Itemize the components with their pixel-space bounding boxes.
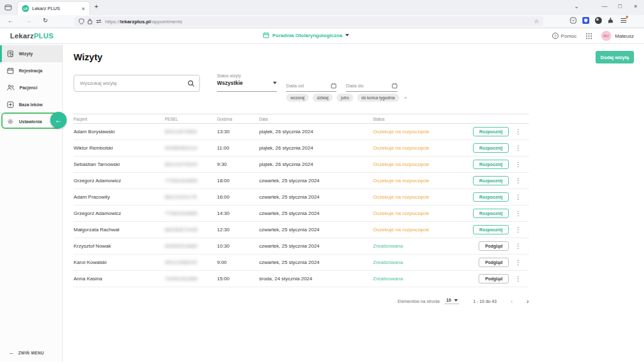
appointment-date: piątek, 26 stycznia 2024 <box>259 145 373 151</box>
status-text: Oczekuje na rozpoczęcie <box>373 129 429 134</box>
start-button[interactable]: Rozpocznij <box>473 176 509 185</box>
kebab-menu-icon[interactable]: ⋮ <box>515 211 521 217</box>
next-page-button[interactable]: › <box>526 298 529 305</box>
kebab-menu-icon[interactable]: ⋮ <box>515 129 521 135</box>
appointment-date: czwartek, 25 stycznia 2024 <box>259 194 373 200</box>
calendar-icon[interactable] <box>331 83 336 89</box>
appointment-date: czwartek, 25 stycznia 2024 <box>259 260 373 265</box>
chevron-down-icon <box>273 82 277 84</box>
bookmark-star-icon[interactable]: ☆ <box>534 18 539 25</box>
window-maximize-button[interactable]: □ <box>618 3 621 9</box>
window-minimize-button[interactable]: — <box>602 3 608 9</box>
settings-highlight-arrow-icon[interactable]: ← <box>50 112 67 128</box>
date-from-field[interactable]: Data od <box>286 74 336 92</box>
chip-dzisiaj[interactable]: dzisiaj <box>313 94 333 102</box>
kebab-menu-icon[interactable]: ⋮ <box>515 162 521 168</box>
per-page-label: Elementów na stronie <box>397 299 440 304</box>
pesel-value-masked: 92080553114 <box>165 145 197 151</box>
collapse-menu-button[interactable]: ← ZWIŃ MENU <box>9 349 44 356</box>
sidebar: Wizyty Rejestracja Pacjenci Baza leków U… <box>0 44 63 362</box>
dark-extension-icon[interactable] <box>595 17 602 24</box>
col-pesel: PESEL <box>165 117 217 121</box>
patient-name: Grzegorz Adamowicz <box>74 211 165 216</box>
sidebar-item-rejestracja[interactable]: Rejestracja <box>0 62 62 79</box>
help-button[interactable]: ? Pomoc <box>552 33 577 39</box>
chip-do-konca-tygodnia[interactable]: do końca tygodnia <box>357 94 399 102</box>
table-row: Małgorzata Rachwał 66030872445 12:30 czw… <box>74 222 529 238</box>
lock-icon[interactable] <box>87 18 92 25</box>
patient-name: Adam Borysławski <box>74 129 165 134</box>
chip-wczoraj[interactable]: wczoraj <box>286 94 309 102</box>
page-range-label: 1 - 10 do 43 <box>473 299 496 304</box>
container-switch-icon[interactable] <box>96 19 102 24</box>
start-button[interactable]: Rozpocznij <box>473 209 509 218</box>
firefox-view-icon[interactable] <box>4 4 12 11</box>
apps-grid-icon[interactable] <box>586 33 592 40</box>
kebab-menu-icon[interactable]: ⋮ <box>515 260 521 266</box>
pesel-value-masked: 70092163384 <box>165 276 197 282</box>
appointment-time: 14:30 <box>217 211 259 216</box>
address-field[interactable]: https://lekarzplus.pl/appointments ☆ <box>74 16 543 26</box>
start-button[interactable]: Rozpocznij <box>473 160 509 169</box>
search-box <box>74 75 200 92</box>
gear-icon <box>7 118 14 125</box>
per-page-select[interactable]: 10 <box>445 298 459 304</box>
date-to-field[interactable]: Data do <box>346 74 397 92</box>
pesel-value-masked: 95112468220 <box>165 260 197 265</box>
appointment-time: 13:30 <box>217 129 259 134</box>
kebab-menu-icon[interactable]: ⋮ <box>515 194 521 200</box>
forward-button[interactable]: → <box>25 17 31 24</box>
password-manager-extension-icon[interactable] <box>582 17 589 24</box>
preview-button[interactable]: Podgląd <box>479 258 509 267</box>
thumbs-up-extension-icon[interactable] <box>608 17 614 24</box>
kebab-menu-icon[interactable]: ⋮ <box>515 145 521 151</box>
kebab-menu-icon[interactable]: ⋮ <box>515 243 521 250</box>
tracking-shield-icon[interactable] <box>79 18 84 25</box>
start-button[interactable]: Rozpocznij <box>473 143 509 153</box>
status-text: Zrealizowana <box>373 243 403 249</box>
appointment-date: czwartek, 25 stycznia 2024 <box>259 243 373 249</box>
app-logo[interactable]: LekarzPLUS <box>10 32 53 40</box>
back-button[interactable]: ← <box>8 17 14 24</box>
tab-close-icon[interactable]: × <box>82 6 85 12</box>
search-icon[interactable] <box>183 75 199 91</box>
reload-button[interactable]: ↻ <box>43 17 48 24</box>
start-button[interactable]: Rozpocznij <box>473 127 509 136</box>
previous-page-button[interactable]: ‹ <box>511 298 513 305</box>
kebab-menu-icon[interactable]: ⋮ <box>515 227 521 233</box>
add-appointment-button[interactable]: Dodaj wizytę <box>596 51 634 63</box>
patient-name: Wiktor Rembolski <box>74 145 165 151</box>
pagination: Elementów na stronie 10 1 - 10 do 43 ‹ › <box>352 295 529 307</box>
pocket-extension-icon[interactable] <box>570 17 577 24</box>
sidebar-item-wizyty[interactable]: Wizyty <box>0 45 62 62</box>
kebab-menu-icon[interactable]: ⋮ <box>515 276 521 282</box>
appointment-date: czwartek, 25 stycznia 2024 <box>259 211 373 216</box>
calendar-icon[interactable] <box>392 83 397 89</box>
browser-menu-icon[interactable] <box>620 17 627 24</box>
left-arrow-icon: ← <box>9 349 14 356</box>
chip-jutro[interactable]: jutro <box>336 94 353 102</box>
browser-tab[interactable]: LP Lekarz PLUS × <box>18 2 89 15</box>
clinic-selector[interactable]: Poradnia Otolaryngologiczna <box>263 32 349 38</box>
sidebar-item-pacjenci[interactable]: Pacjenci <box>0 79 62 96</box>
start-button[interactable]: Rozpocznij <box>473 225 509 234</box>
site-favicon: LP <box>22 5 29 12</box>
preview-button[interactable]: Podgląd <box>479 241 509 251</box>
patient-name: Karol Kowalski <box>74 260 165 265</box>
appointment-date: środa, 24 stycznia 2024 <box>259 276 373 282</box>
user-name: Mateusz <box>615 33 634 39</box>
preview-button[interactable]: Podgląd <box>479 274 509 283</box>
clear-chips-icon[interactable]: × <box>404 95 408 101</box>
status-filter-select[interactable]: Status wizyty Wszystkie <box>217 74 277 92</box>
user-menu[interactable]: MJ Mateusz <box>601 31 634 41</box>
kebab-menu-icon[interactable]: ⋮ <box>515 178 521 184</box>
status-text: Oczekuje na rozpoczęcie <box>373 145 429 151</box>
help-label: Pomoc <box>561 33 577 39</box>
new-tab-button[interactable]: + <box>94 3 98 10</box>
list-tabs-icon[interactable]: ⌄ <box>574 3 579 9</box>
window-close-button[interactable]: × <box>634 3 637 9</box>
tab-title: Lekarz PLUS <box>32 6 79 11</box>
search-input[interactable] <box>74 80 183 86</box>
sidebar-item-baza-lekow[interactable]: Baza leków <box>0 96 62 113</box>
start-button[interactable]: Rozpocznij <box>473 192 509 202</box>
